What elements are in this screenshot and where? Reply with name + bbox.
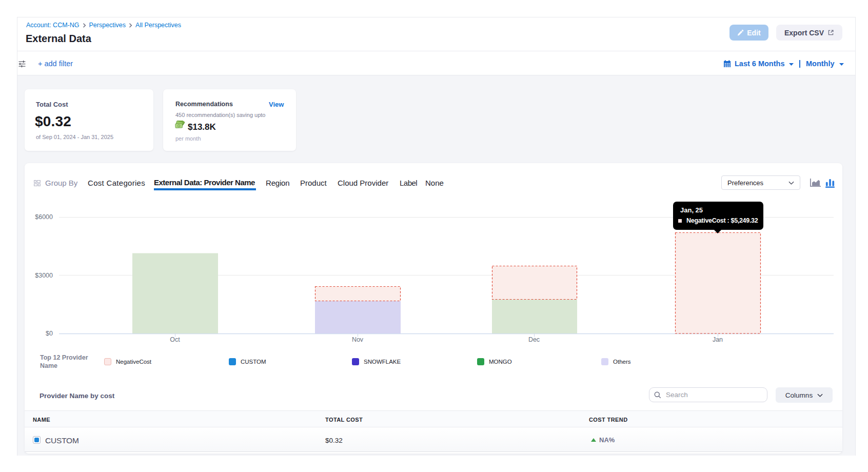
svg-text:Dec: Dec xyxy=(528,336,540,343)
svg-text:$6000: $6000 xyxy=(35,213,53,221)
svg-text:Nov: Nov xyxy=(352,336,364,343)
svg-text:$3000: $3000 xyxy=(35,272,53,279)
svg-text:$0: $0 xyxy=(46,330,53,337)
svg-text:Jan: Jan xyxy=(713,336,723,343)
svg-text:Oct: Oct xyxy=(170,336,180,343)
